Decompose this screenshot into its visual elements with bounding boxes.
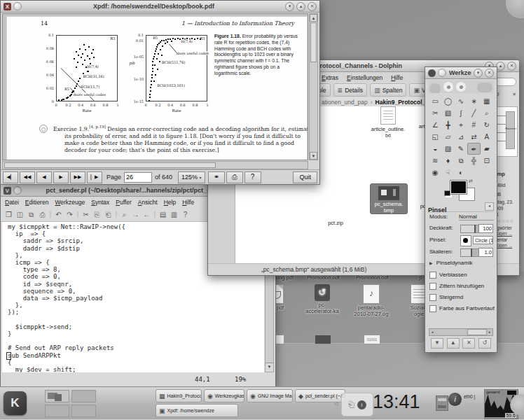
plasma-toolbox-icon[interactable]: [506, 0, 524, 18]
gimp-tool-icon-12[interactable]: ⌖: [455, 119, 467, 131]
gvim-menu-puffer[interactable]: Puffer: [116, 199, 132, 206]
file-article-outline-txt[interactable]: article_outline. txt: [366, 106, 410, 139]
gimp-tool-icon-6[interactable]: ▧: [441, 107, 454, 119]
kmenu-button[interactable]: K: [4, 391, 27, 415]
gvim-toolbar-icon[interactable]: ↷: [64, 209, 75, 220]
checkbox-verblassen[interactable]: Verblassen: [429, 270, 467, 279]
gvim-toolbar-icon[interactable]: →: [130, 209, 141, 220]
toolbar-button-spalten[interactable]: ▥ Spalten: [370, 83, 406, 97]
gimp-tool-icon-1[interactable]: ◯: [441, 95, 454, 107]
close-icon[interactable]: ✕: [308, 2, 317, 11]
page-nav-button[interactable]: ▶: [53, 172, 69, 183]
toolbar-button-details[interactable]: ≣ Details: [333, 83, 368, 97]
pdf-view-area[interactable]: 14 1 — Introduction to Information Theor…: [2, 13, 308, 160]
window-menu-button[interactable]: [13, 2, 22, 10]
partial-desktop-icon[interactable]: [315, 335, 331, 344]
checkbox-farbe-aus-farbverlauf[interactable]: Farbe aus Farbverlauf: [429, 304, 495, 313]
desktop-icon-pc-accelerator[interactable]: ↺ pc- accelerator-ka: [300, 284, 345, 314]
gvim-menu-hilfe[interactable]: Hilfe: [182, 199, 194, 206]
scrollbar-down-arrow[interactable]: ▼: [266, 363, 273, 372]
gimp-tool-icon-13[interactable]: #: [467, 119, 480, 131]
print-button[interactable]: ⎙: [226, 172, 243, 183]
checkbox-steigernd[interactable]: Steigernd: [429, 293, 463, 302]
gimp-tool-icon-28[interactable]: ╬: [467, 155, 480, 167]
swap-colors-icon[interactable]: ⇄: [469, 178, 473, 184]
task-button-xpdf[interactable]: ▣ Xpdf: /home/swendze: [156, 404, 238, 417]
scroll-left-icon[interactable]: ◂: [429, 329, 435, 335]
page-nav-button[interactable]: ▏▶: [87, 172, 102, 183]
gvim-menu-ansicht[interactable]: Ansicht: [138, 199, 158, 206]
gimp-tool-icon-20[interactable]: ◒: [429, 143, 441, 155]
gimp-tool-icon-8[interactable]: ╱: [467, 107, 480, 119]
page-nav-button[interactable]: ▶▶: [70, 172, 85, 183]
gimp-tool-icon-24[interactable]: ▰: [481, 143, 493, 155]
scrollbar-thumb[interactable]: [467, 329, 487, 335]
gimp-tool-icon-7[interactable]: ∫: [455, 107, 467, 119]
pager-desktop-4[interactable]: [71, 405, 96, 417]
dock-button[interactable]: ↺: [478, 338, 491, 349]
gvim-toolbar-icon[interactable]: ▥: [169, 209, 179, 220]
pager-desktop-2[interactable]: [71, 390, 96, 402]
gimp-tool-icon-29[interactable]: ⊡: [481, 155, 493, 167]
desktop-icon-pentaradio[interactable]: ♪ pentaradio- 2010-07-27.og: [349, 284, 394, 317]
gimp-tool-icon-30[interactable]: ◉: [429, 167, 441, 178]
gvim-menu-werkzeuge[interactable]: Werkzeuge: [55, 199, 85, 206]
gimp-tool-icon-3[interactable]: ∗: [467, 95, 480, 107]
gimp-tool-icon-9[interactable]: ⌕: [481, 107, 493, 119]
gimp-tool-icon-17[interactable]: ⊿: [455, 131, 467, 143]
zoom-dropdown[interactable]: 125% ▾: [178, 172, 205, 183]
task-button-1[interactable]: ◉Werkzeugkasten: [204, 389, 244, 402]
dolphin-menu-hilfe[interactable]: Hilfe: [391, 74, 403, 81]
gvim-toolbar-icon[interactable]: ↶: [53, 209, 64, 220]
gimp-tool-icon-32[interactable]: ◐: [455, 167, 467, 178]
mode-dropdown[interactable]: Normal: [459, 214, 494, 220]
dolphin-menu-einstellungen[interactable]: Einstellungen: [347, 74, 382, 81]
find-button[interactable]: ⚭: [208, 172, 225, 183]
gimp-tool-icon-15[interactable]: ◱: [429, 131, 441, 143]
gimp-tool-icon-0[interactable]: ▭: [429, 95, 441, 107]
dock-button[interactable]: ✕: [462, 338, 475, 349]
xpdf-titlebar[interactable]: X Xpdf: /home/swendzel/Desktop/book.pdf …: [1, 1, 319, 13]
close-icon[interactable]: ✕: [507, 62, 516, 71]
partial-desktop-icon[interactable]: 01001: [364, 335, 380, 344]
gvim-toolbar-icon[interactable]: ⎙: [37, 209, 48, 220]
task-button-0[interactable]: ▦Hakin9_Protocol_Cha: [156, 389, 202, 402]
breadcrumb-parent[interactable]: ationen_und_pap: [322, 99, 368, 106]
scrollbar-thumb[interactable]: [310, 22, 317, 62]
brush-name[interactable]: Circle (11): [473, 236, 493, 244]
minimize-icon[interactable]: ▾: [474, 69, 483, 78]
dock-button[interactable]: ▼: [431, 338, 443, 349]
gimp-tool-icon-31[interactable]: ☟: [441, 167, 454, 178]
gvim-menu-editieren[interactable]: Editieren: [25, 199, 49, 206]
maximize-icon[interactable]: ▴: [296, 2, 305, 11]
file-pct-zip[interactable]: pct.zip: [314, 220, 357, 226]
gvim-toolbar-icon[interactable]: ✂: [81, 209, 91, 220]
toolbox-horizontal-scrollbar[interactable]: ◂ ▸: [429, 328, 493, 336]
page-nav-button[interactable]: ◀: [36, 172, 52, 183]
gvim-toolbar-icon[interactable]: ▤: [158, 209, 168, 220]
window-menu-button[interactable]: [438, 69, 446, 77]
page-number-input[interactable]: [124, 172, 152, 183]
quit-button[interactable]: Quit: [293, 172, 317, 183]
gimp-tool-icon-19[interactable]: A: [481, 131, 493, 143]
dock-button[interactable]: ▲: [447, 338, 460, 349]
gimp-tool-icon-26[interactable]: ♦: [441, 155, 454, 167]
gimp-tool-icon-27[interactable]: ⧉: [455, 155, 467, 167]
gimp-tool-icon-22[interactable]: ✎: [455, 143, 467, 155]
default-colors-icon[interactable]: [444, 190, 450, 196]
gvim-toolbar-icon[interactable]: ◫: [15, 209, 25, 220]
clipboard-icon[interactable]: ⎗: [348, 400, 354, 410]
file-pc-schema-bmp-selected[interactable]: pc_schema. bmp: [370, 183, 408, 214]
gvim-toolbar-icon[interactable]: ⧉: [26, 209, 36, 220]
gimp-tool-icon-18[interactable]: ⇄: [467, 131, 480, 143]
brush-preview[interactable]: [460, 235, 471, 246]
window-menu-button[interactable]: [13, 186, 22, 195]
network-monitor[interactable]: eth0 |: [464, 388, 483, 419]
pager-desktop-1[interactable]: [45, 390, 69, 402]
device-notifier-icon[interactable]: [436, 396, 448, 411]
klipper-icon[interactable]: i: [448, 393, 462, 406]
gvim-toolbar-icon[interactable]: ❐: [4, 209, 14, 220]
gvim-toolbar-icon[interactable]: ⌕: [119, 209, 130, 220]
help-button[interactable]: ?: [244, 172, 261, 183]
foreground-background-colors[interactable]: ⇄: [450, 181, 477, 200]
